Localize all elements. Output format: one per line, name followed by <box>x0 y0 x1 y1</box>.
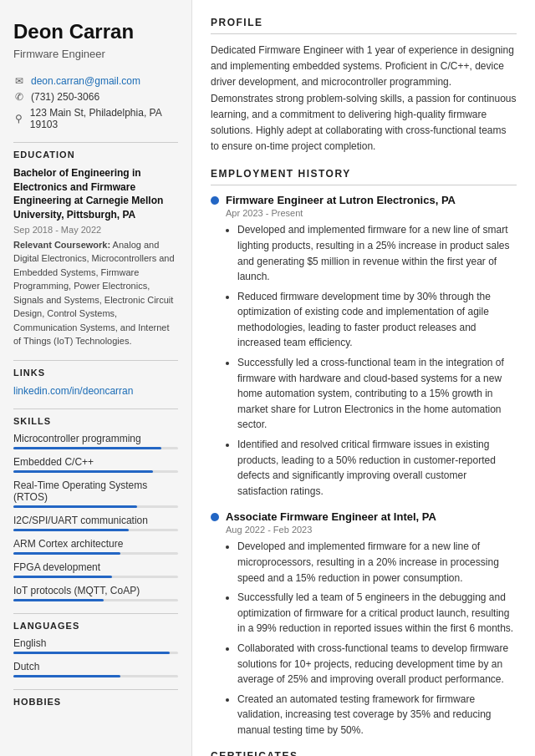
profile-divider <box>211 33 517 34</box>
education-degree: Bachelor of Engineering in Electronics a… <box>13 166 178 222</box>
skill-label: Embedded C/C++ <box>13 456 178 468</box>
skill-bar-bg <box>13 552 178 555</box>
job-date: Apr 2023 - Present <box>226 208 517 218</box>
job-dot <box>211 196 219 205</box>
links-divider <box>13 360 178 361</box>
job-bullet: Identified and resolved critical firmwar… <box>237 437 517 499</box>
job-dot <box>211 513 219 521</box>
language-bar-fill <box>13 675 120 677</box>
job-bullet: Collaborated with cross-functional teams… <box>237 641 517 688</box>
skill-bar-fill <box>13 470 153 473</box>
sidebar: Deon Carran Firmware Engineer ✉ deon.car… <box>0 0 192 756</box>
skill-bar-fill <box>13 576 112 578</box>
job-title: Associate Firmware Engineer at Intel, PA <box>226 510 436 523</box>
language-bar-fill <box>13 652 170 654</box>
contact-address: ⚲ 123 Main St, Philadelphia, PA 19103 <box>13 107 178 130</box>
skill-item: Real-Time Operating Systems (RTOS) <box>13 479 178 508</box>
skill-bar-fill <box>13 552 120 555</box>
job-date: Aug 2022 - Feb 2023 <box>226 525 517 535</box>
employment-section-title: EMPLOYMENT HISTORY <box>211 168 517 180</box>
languages-divider <box>13 613 178 614</box>
language-label: English <box>13 637 178 649</box>
skills-section-title: SKILLS <box>13 416 178 426</box>
certificates-section: CERTIFICATES Certified Embedded Systems … <box>211 750 517 756</box>
jobs-list: Firmware Engineer at Lutron Electronics,… <box>211 194 517 738</box>
job-bullet: Successfully led a cross-functional team… <box>237 355 517 433</box>
skill-bar-bg <box>13 447 178 449</box>
skill-label: IoT protocols (MQTT, CoAP) <box>13 585 178 596</box>
job-bullet: Reduced firmware development time by 30%… <box>237 289 517 351</box>
skill-item: FPGA development <box>13 561 178 578</box>
languages-list: English Dutch <box>13 637 178 677</box>
linkedin-link[interactable]: linkedin.com/in/deoncarran <box>13 384 178 397</box>
coursework-text: Analog and Digital Electronics, Microcon… <box>13 240 175 347</box>
candidate-title: Firmware Engineer <box>13 48 178 60</box>
skills-divider <box>13 408 178 409</box>
skill-bar-bg <box>13 529 178 531</box>
skill-item: ARM Cortex architecture <box>13 538 178 555</box>
education-section-title: EDUCATION <box>13 150 178 160</box>
job-title: Firmware Engineer at Lutron Electronics,… <box>226 194 456 206</box>
job-block: Associate Firmware Engineer at Intel, PA… <box>211 510 517 738</box>
job-bullet: Developed and implemented firmware for a… <box>237 222 517 284</box>
hobbies-divider <box>13 689 178 690</box>
employment-section: EMPLOYMENT HISTORY Firmware Engineer at … <box>211 168 517 738</box>
skill-label: FPGA development <box>13 561 178 573</box>
skills-list: Microcontroller programming Embedded C/C… <box>13 433 178 601</box>
language-bar-bg <box>13 652 178 654</box>
job-bullet: Created an automated testing framework f… <box>237 692 517 738</box>
skill-bar-fill <box>13 447 161 449</box>
coursework-label: Relevant Coursework: <box>13 240 110 250</box>
skill-label: Microcontroller programming <box>13 433 178 444</box>
job-title-row: Associate Firmware Engineer at Intel, PA <box>211 510 517 523</box>
phone-icon: ✆ <box>13 91 25 103</box>
job-bullet: Successfully led a team of 5 engineers i… <box>237 590 517 637</box>
job-block: Firmware Engineer at Lutron Electronics,… <box>211 194 517 499</box>
employment-divider <box>211 185 517 185</box>
links-section-title: LINKS <box>13 368 178 378</box>
profile-section: PROFILE Dedicated Firmware Engineer with… <box>211 17 517 155</box>
skill-label: Real-Time Operating Systems (RTOS) <box>13 479 178 503</box>
skill-label: I2C/SPI/UART communication <box>13 515 178 526</box>
skill-bar-bg <box>13 576 178 578</box>
skill-bar-bg <box>13 505 178 508</box>
skill-item: Embedded C/C++ <box>13 456 178 473</box>
hobbies-section-title: HOBBIES <box>13 697 178 707</box>
skill-bar-fill <box>13 505 137 508</box>
email-icon: ✉ <box>13 75 25 87</box>
skill-label: ARM Cortex architecture <box>13 538 178 550</box>
skill-item: Microcontroller programming <box>13 433 178 449</box>
job-title-row: Firmware Engineer at Lutron Electronics,… <box>211 194 517 206</box>
candidate-name: Deon Carran <box>13 20 178 44</box>
skill-bar-fill <box>13 599 104 601</box>
skill-bar-bg <box>13 470 178 473</box>
job-bullets: Developed and implemented firmware for a… <box>226 539 517 738</box>
main-content: PROFILE Dedicated Firmware Engineer with… <box>192 0 535 756</box>
education-dates: Sep 2018 - May 2022 <box>13 225 178 235</box>
languages-section-title: LANGUAGES <box>13 621 178 631</box>
skill-bar-bg <box>13 599 178 601</box>
education-divider <box>13 142 178 143</box>
contact-email[interactable]: ✉ deon.carran@gmail.com <box>13 75 178 87</box>
contact-phone: ✆ (731) 250-3066 <box>13 91 178 103</box>
language-item: Dutch <box>13 661 178 677</box>
job-bullets: Developed and implemented firmware for a… <box>226 222 517 499</box>
skill-item: IoT protocols (MQTT, CoAP) <box>13 585 178 601</box>
certificates-section-title: CERTIFICATES <box>211 750 517 756</box>
skill-bar-fill <box>13 529 129 531</box>
profile-text: Dedicated Firmware Engineer with 1 year … <box>211 43 517 155</box>
language-item: English <box>13 637 178 654</box>
profile-section-title: PROFILE <box>211 17 517 28</box>
skill-item: I2C/SPI/UART communication <box>13 515 178 531</box>
language-bar-bg <box>13 675 178 677</box>
location-icon: ⚲ <box>13 113 24 124</box>
education-coursework: Relevant Coursework: Analog and Digital … <box>13 238 178 348</box>
job-bullet: Developed and implemented firmware for a… <box>237 539 517 586</box>
language-label: Dutch <box>13 661 178 672</box>
